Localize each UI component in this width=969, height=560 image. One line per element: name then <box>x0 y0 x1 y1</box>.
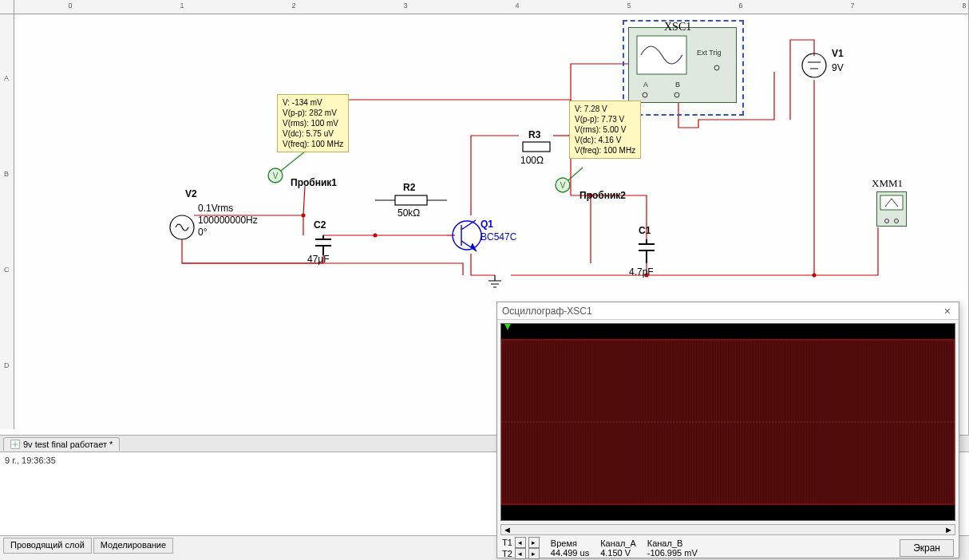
design-tab-label: 9v test final работает * <box>23 440 113 449</box>
label-v1-ref: V1 <box>832 48 844 59</box>
svg-point-16 <box>643 93 647 97</box>
readout-col-time: Время <box>551 538 589 548</box>
svg-text:V: V <box>273 172 279 180</box>
svg-point-20 <box>885 219 889 223</box>
svg-marker-27 <box>504 324 511 330</box>
design-tab[interactable]: 9v test final работает * <box>3 437 120 451</box>
label-v2-phase: 0° <box>198 227 207 238</box>
bottom-tab-sim[interactable]: Моделирование <box>93 538 173 554</box>
label-q1-val: BC547C <box>481 231 516 243</box>
readout-col-chb: Канал_В <box>647 538 698 548</box>
close-icon[interactable]: × <box>941 305 954 317</box>
oscilloscope-screen[interactable] <box>500 323 955 521</box>
probe1-tooltip: V: -134 mV V(p-p): 282 mV V(rms): 100 mV… <box>277 94 349 152</box>
label-c2-ref: C2 <box>314 219 326 231</box>
label-v2-vrms: 0.1Vrms <box>198 203 233 214</box>
label-r3-val: 100Ω <box>520 155 544 166</box>
svg-point-7 <box>802 53 826 77</box>
label-xsc1: XSC1 <box>664 21 691 34</box>
cursor-t1-left-button[interactable]: ◂ <box>515 537 526 548</box>
svg-point-0 <box>302 214 306 218</box>
svg-point-10 <box>453 221 481 250</box>
readout-t1-time: 44.499 us <box>551 548 589 558</box>
xsc1-port-a-label: A <box>643 81 648 89</box>
label-v1-val: 9V <box>832 62 844 73</box>
scroll-right-icon[interactable]: ► <box>944 525 953 534</box>
label-r2-ref: R2 <box>403 182 415 193</box>
schematic-icon <box>10 440 20 449</box>
label-c2-val: 47µF <box>307 254 330 265</box>
label-probe2: Пробник2 <box>579 190 626 201</box>
cursor-t2-label: T2 <box>502 549 512 558</box>
cursor-labels: T1 ◂ ▸ T2 ◂ ▸ <box>502 537 540 559</box>
cursor-t2-right-button[interactable]: ▸ <box>528 548 540 559</box>
instrument-multimeter[interactable] <box>876 191 907 227</box>
cursor-t1-right-button[interactable]: ▸ <box>528 537 540 548</box>
oscilloscope-horizontal-scrollbar[interactable]: ◄ ► <box>500 524 955 535</box>
label-probe1: Пробник1 <box>291 177 337 188</box>
label-r2-val: 50kΩ <box>397 207 420 219</box>
svg-point-1 <box>374 234 378 238</box>
cursor-t2-left-button[interactable]: ◂ <box>515 548 526 559</box>
svg-rect-8 <box>395 195 427 205</box>
bottom-tab-layer[interactable]: Проводящий слой <box>3 538 92 554</box>
label-c1-ref: C1 <box>639 225 651 236</box>
svg-point-21 <box>895 219 899 223</box>
label-c1-val: 4.7pF <box>629 266 654 278</box>
svg-text:V: V <box>560 181 566 190</box>
label-q1-ref: Q1 <box>481 219 493 230</box>
svg-point-5 <box>813 274 817 278</box>
svg-point-17 <box>674 93 679 97</box>
label-v2-ref: V2 <box>185 188 197 199</box>
label-v2-freq: 100000000Hz <box>198 215 258 226</box>
svg-point-18 <box>714 65 719 70</box>
readout-t1-cha: 4.150 V <box>600 548 636 558</box>
cursor-t1-label: T1 <box>502 538 512 547</box>
label-r3-ref: R3 <box>528 129 540 140</box>
oscilloscope-titlebar[interactable]: Осциллограф-XSC1 × <box>497 302 959 320</box>
oscilloscope-readout: T1 ◂ ▸ T2 ◂ ▸ Время 44.499 us Канал_А 4.… <box>497 535 959 560</box>
probe2-tooltip: V: 7.28 V V(p-p): 7.73 V V(rms): 5.00 V … <box>569 101 641 159</box>
readout-t1-chb: -106.995 mV <box>647 548 698 558</box>
xsc1-ext-trig-label: Ext Trig <box>697 49 722 57</box>
oscilloscope-window[interactable]: Осциллограф-XSC1 × ◄ ► <box>496 302 959 558</box>
label-xmm1: XMM1 <box>872 177 903 190</box>
scroll-left-icon[interactable]: ◄ <box>503 525 512 534</box>
svg-rect-24 <box>501 340 955 504</box>
svg-rect-9 <box>523 142 550 152</box>
svg-rect-19 <box>880 195 903 210</box>
screen-button[interactable]: Экран <box>900 539 954 557</box>
instrument-oscilloscope[interactable]: A B Ext Trig <box>628 27 737 103</box>
oscilloscope-title-label: Осциллограф-XSC1 <box>502 306 592 317</box>
readout-col-cha: Канал_А <box>600 538 636 548</box>
xsc1-port-b-label: B <box>675 81 680 89</box>
